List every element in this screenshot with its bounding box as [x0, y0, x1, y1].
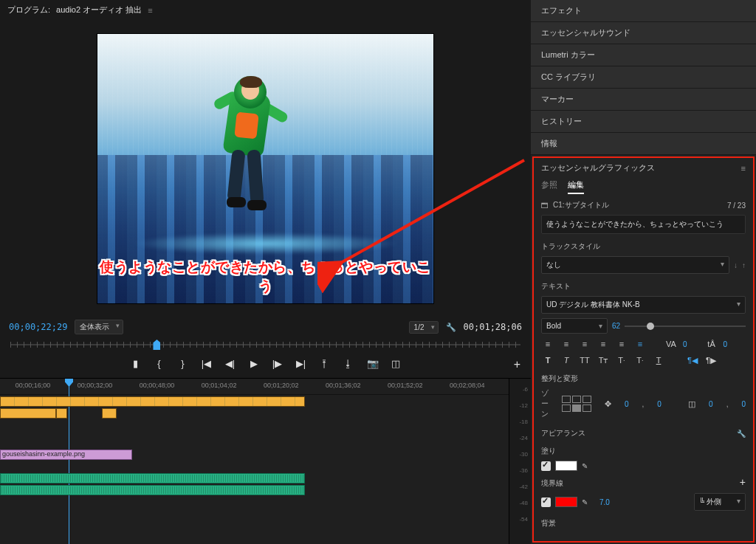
track-a1[interactable] — [0, 473, 509, 485]
panel-menu-icon[interactable]: ≡ — [148, 6, 152, 15]
mark-in-icon[interactable]: { — [154, 358, 165, 369]
tracking-icon[interactable]: VA — [664, 338, 678, 350]
program-monitor[interactable]: 使うようなことができたから、ちょっとやっていこう — [0, 20, 531, 317]
align-center-icon[interactable]: ≡ — [560, 338, 573, 350]
tab-edit[interactable]: 編集 — [568, 179, 584, 194]
tab-browse[interactable]: 参照 — [541, 179, 557, 194]
compare-icon[interactable]: ◫ — [391, 358, 401, 369]
caption-track-label[interactable]: C1:サブタイトル — [553, 200, 609, 210]
add-marker-icon[interactable]: ▮ — [131, 358, 141, 369]
font-family-select[interactable]: UD デジタル 教科書体 NK-B — [541, 296, 746, 314]
tracking-value[interactable]: 0 — [683, 340, 687, 348]
panel-tab[interactable]: ヒストリー — [531, 111, 756, 133]
ruler-tick: 00;00;32;00 — [78, 382, 113, 389]
align-justify-icon[interactable]: ≡ — [597, 338, 610, 350]
panel-tab[interactable]: エッセンシャルサウンド — [531, 22, 756, 44]
timeline-panel[interactable]: 00;00;16;0000;00;32;0000;00;48;0000;01;0… — [0, 378, 531, 544]
font-style-select[interactable]: Bold — [541, 318, 608, 334]
underline-icon[interactable]: T — [652, 354, 665, 366]
smallcaps-icon[interactable]: Tᴛ — [597, 354, 610, 366]
program-scrub-bar[interactable] — [10, 339, 520, 351]
fill-eyedropper-icon[interactable]: ✎ — [582, 462, 588, 470]
caption-count: 7 / 23 — [727, 202, 746, 210]
button-editor-icon[interactable]: + — [514, 358, 520, 371]
go-in-icon[interactable]: |◀ — [202, 358, 212, 369]
zoom-fit-select[interactable]: 全体表示 — [75, 320, 123, 334]
font-size-slider[interactable] — [625, 321, 746, 331]
style-push-icon[interactable]: ↓ — [734, 261, 738, 269]
align-left-icon[interactable]: ≡ — [541, 338, 554, 350]
panel-tab[interactable]: CC ライブラリ — [531, 66, 756, 89]
appearance-wrench-icon[interactable]: 🔧 — [737, 430, 746, 438]
allcaps-icon[interactable]: TT — [578, 354, 591, 366]
align-justify-last-center-icon[interactable]: ≡ — [633, 338, 647, 350]
settings-wrench-icon[interactable]: 🔧 — [446, 323, 456, 332]
mark-out-icon[interactable]: } — [178, 358, 188, 369]
resolution-select[interactable]: 1/2 — [409, 321, 439, 334]
step-back-icon[interactable]: ◀| — [225, 358, 236, 369]
align-right-icon[interactable]: ≡ — [578, 338, 591, 350]
appearance-label: アピアランス — [541, 428, 585, 438]
font-size-value[interactable]: 62 — [612, 322, 620, 330]
track-v1[interactable]: gouseishasinn-example.png — [0, 450, 509, 461]
essential-graphics-panel: エッセンシャルグラフィックス ≡ 参照 編集 🗔 C1:サブタイトル 7 / 2… — [532, 156, 755, 543]
panel-tab[interactable]: エフェクト — [531, 0, 756, 22]
fill-checkbox[interactable] — [541, 461, 551, 471]
align-justify-last-left-icon[interactable]: ≡ — [615, 338, 628, 350]
pos-y[interactable]: 0 — [657, 400, 662, 408]
ruler-tick: 00;02;08;04 — [450, 382, 485, 389]
panel-tab[interactable]: Lumetri カラー — [531, 44, 756, 66]
ruler-tick: 00;01;04;02 — [202, 382, 237, 389]
text-style-row: T T TT Tᴛ T· T· T ¶◀ ¶▶ — [541, 354, 746, 366]
stroke-checkbox[interactable] — [541, 497, 551, 507]
stroke-width[interactable]: 7.0 — [599, 498, 610, 506]
extract-icon[interactable]: ⭳ — [343, 358, 354, 369]
ruler-tick: 00;01;36;02 — [326, 382, 361, 389]
ruler-tick: 00;00;16;00 — [16, 382, 51, 389]
current-timecode[interactable]: 00;00;22;29 — [9, 322, 67, 332]
clip-image[interactable]: gouseishasinn-example.png — [0, 450, 132, 460]
play-icon[interactable]: ▶ — [249, 358, 259, 369]
align-transform-label: 整列と変形 — [541, 373, 746, 384]
export-frame-icon[interactable]: 📷 — [367, 358, 377, 369]
add-stroke-icon[interactable]: + — [740, 476, 746, 488]
stroke-swatch[interactable] — [555, 497, 577, 507]
faux-bold-icon[interactable]: T — [541, 354, 554, 366]
scale-icon[interactable]: ◫ — [688, 398, 695, 410]
trackstyle-select[interactable]: なし — [541, 256, 729, 274]
fill-label: 塗り — [541, 446, 746, 456]
program-label: プログラム: — [7, 4, 50, 16]
baseline-value[interactable]: 0 — [724, 340, 728, 348]
stroke-eyedropper-icon[interactable]: ✎ — [582, 498, 588, 506]
track-v3[interactable] — [0, 408, 509, 420]
tategaki-icon[interactable]: ¶◀ — [686, 354, 699, 366]
superscript-icon[interactable]: T· — [615, 354, 628, 366]
baseline-shift-icon[interactable]: tÂ — [705, 338, 718, 350]
background-label: 背景 — [541, 518, 746, 528]
fill-swatch[interactable] — [555, 461, 577, 471]
panel-tab[interactable]: マーカー — [531, 89, 756, 111]
zone-grid[interactable] — [562, 396, 591, 412]
eg-menu-icon[interactable]: ≡ — [741, 164, 746, 173]
panel-tab[interactable]: 情報 — [531, 133, 756, 155]
time-ruler[interactable]: 00;00;16;0000;00;32;0000;00;48;0000;01;0… — [0, 379, 509, 395]
ltr-icon[interactable]: ¶▶ — [704, 354, 718, 366]
stroke-position-select[interactable]: ╚ 外側 — [694, 493, 746, 511]
lift-icon[interactable]: ⭱ — [320, 358, 330, 369]
subscript-icon[interactable]: T· — [633, 354, 647, 366]
pos-x[interactable]: 0 — [625, 400, 629, 408]
track-captions[interactable] — [0, 396, 509, 408]
caption-text-input[interactable]: 使うようなことができたから、ちょっとやっていこう — [541, 215, 746, 234]
scale-x[interactable]: 0 — [709, 400, 713, 408]
go-out-icon[interactable]: ▶| — [296, 358, 306, 369]
track-a2[interactable] — [0, 485, 509, 497]
duration-timecode: 00;01;28;06 — [464, 322, 522, 332]
position-icon[interactable]: ✥ — [605, 398, 611, 410]
figure-boy — [205, 55, 293, 210]
faux-italic-icon[interactable]: T — [560, 354, 573, 366]
video-frame: 使うようなことができたから、ちょっとやっていこう — [97, 34, 433, 303]
style-pull-icon[interactable]: ↑ — [742, 261, 746, 269]
step-fwd-icon[interactable]: |▶ — [272, 358, 283, 369]
zone-label: ゾーン — [541, 388, 549, 419]
scale-y[interactable]: 0 — [741, 400, 746, 408]
